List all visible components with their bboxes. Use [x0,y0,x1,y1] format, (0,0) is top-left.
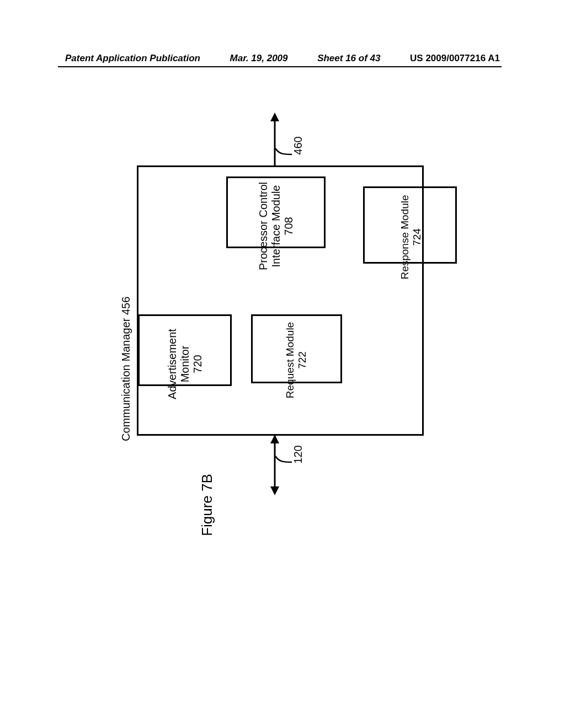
figure-caption: Figure 7B [199,450,216,560]
header-pub-id: US 2009/0077216 A1 [410,53,500,64]
req-line1: Request Module [284,322,296,398]
pci-line2: Interface Module [270,185,282,267]
pci-line1: Processor Control [257,182,270,270]
advertisement-monitor-label: Advertisement Monitor 720 [163,298,207,430]
header-rule [58,66,502,67]
resp-line1: Response Module [399,195,411,279]
adv-num: 720 [191,355,204,373]
svg-marker-4 [270,436,279,443]
ref-120: 120 [290,438,306,471]
header-sheet: Sheet 16 of 43 [317,53,380,64]
communication-manager-text: Communication Manager 456 [120,297,132,441]
ref-460-text: 460 [292,136,305,154]
req-num: 722 [296,351,308,369]
adv-line2: Monitor [179,346,191,383]
figure-area: 460 Communication Manager 456 Processor … [110,143,436,552]
resp-num: 724 [411,228,423,246]
request-module-label: Request Module 722 [277,297,316,424]
header-left: Patent Application Publication [65,53,200,64]
communication-manager-label: Communication Manager 456 [120,171,136,441]
svg-marker-3 [270,486,279,495]
response-module-label: Response Module 724 [392,171,430,303]
page-header: Patent Application Publication Mar. 19, … [0,53,565,64]
pci-num: 708 [282,217,295,235]
processor-control-interface-label: Processor Control Interface Module 708 [254,154,298,298]
header-date: Mar. 19, 2009 [230,53,288,64]
figure-caption-text: Figure 7B [199,474,215,536]
svg-marker-1 [270,113,279,121]
adv-line1: Advertisement [166,329,179,399]
ref-120-text: 120 [292,445,305,463]
